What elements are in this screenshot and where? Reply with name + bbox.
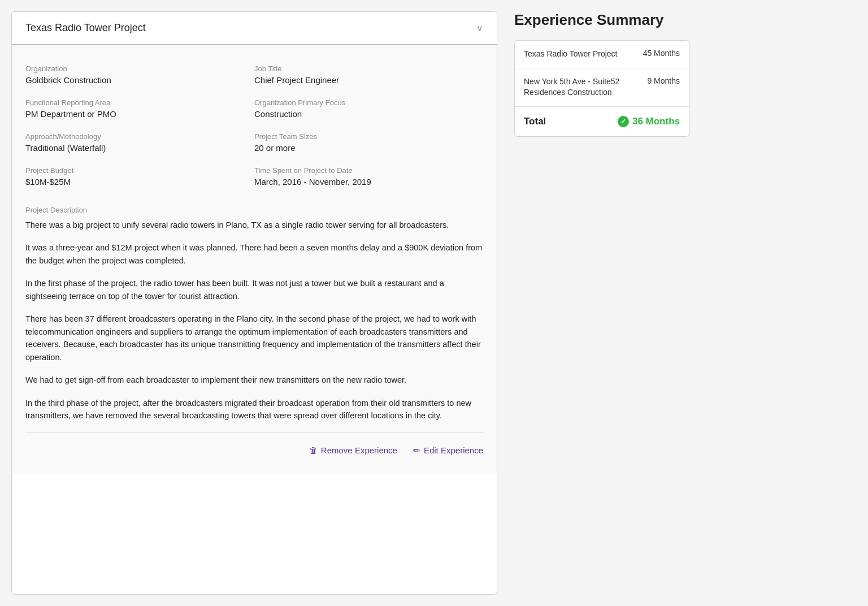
summary-panel: Experience Summary Texas Radio Tower Pro… bbox=[514, 11, 689, 595]
job-title-value: Chief Project Engineer bbox=[254, 75, 474, 85]
summary-row-1-months: 45 Months bbox=[643, 49, 680, 58]
field-organization: Organization Goldbrick Construction bbox=[25, 59, 254, 93]
summary-total-value: ✓ 36 Months bbox=[618, 116, 680, 127]
team-sizes-label: Project Team Sizes bbox=[254, 132, 474, 141]
summary-row-1: Texas Radio Tower Project 45 Months bbox=[515, 41, 689, 68]
desc-paragraph-4: There has been 37 different broadcasters… bbox=[25, 313, 483, 363]
summary-row-2-months: 9 Months bbox=[647, 76, 680, 85]
field-methodology: Approach/Methodology Traditional (Waterf… bbox=[25, 127, 254, 161]
field-team-sizes: Project Team Sizes 20 or more bbox=[254, 127, 483, 161]
remove-experience-label: Remove Experience bbox=[321, 445, 397, 455]
pencil-icon: ✏ bbox=[413, 445, 420, 456]
field-budget: Project Budget $10M-$25M bbox=[25, 161, 254, 194]
desc-paragraph-3: In the first phase of the project, the r… bbox=[25, 277, 483, 302]
summary-total-label: Total bbox=[524, 116, 546, 127]
remove-experience-button[interactable]: 🗑 Remove Experience bbox=[309, 443, 397, 458]
project-body: Organization Goldbrick Construction Job … bbox=[12, 45, 497, 474]
job-title-label: Job Title bbox=[254, 64, 474, 73]
team-sizes-value: 20 or more bbox=[254, 143, 474, 153]
methodology-value: Traditional (Waterfall) bbox=[25, 143, 237, 153]
total-months-value: 36 Months bbox=[632, 116, 680, 127]
methodology-label: Approach/Methodology bbox=[25, 132, 237, 141]
organization-value: Goldbrick Construction bbox=[25, 75, 237, 85]
desc-paragraph-5: We had to get sign-off from each broadca… bbox=[25, 374, 483, 386]
functional-reporting-label: Functional Reporting Area bbox=[25, 98, 237, 107]
org-focus-value: Construction bbox=[254, 109, 474, 119]
desc-paragraph-6: In the third phase of the project, after… bbox=[25, 397, 483, 422]
field-functional-reporting: Functional Reporting Area PM Department … bbox=[25, 93, 254, 127]
field-job-title: Job Title Chief Project Engineer bbox=[254, 59, 483, 93]
project-title: Texas Radio Tower Project bbox=[25, 22, 146, 34]
field-time-spent: Time Spent on Project to Date March, 201… bbox=[254, 161, 483, 194]
functional-reporting-value: PM Department or PMO bbox=[25, 109, 237, 119]
fields-grid: Organization Goldbrick Construction Job … bbox=[25, 59, 483, 194]
action-buttons: 🗑 Remove Experience ✏ Edit Experience bbox=[25, 432, 483, 460]
desc-paragraph-2: It was a three-year and $12M project whe… bbox=[25, 241, 483, 267]
edit-experience-label: Edit Experience bbox=[424, 445, 483, 455]
time-spent-value: March, 2016 - November, 2019 bbox=[254, 177, 474, 187]
project-panel: Texas Radio Tower Project ∨ Organization… bbox=[11, 11, 497, 595]
project-description-section: Project Description There was a big proj… bbox=[25, 206, 483, 422]
edit-experience-button[interactable]: ✏ Edit Experience bbox=[413, 443, 483, 458]
organization-label: Organization bbox=[25, 64, 237, 73]
field-org-focus: Organization Primary Focus Construction bbox=[254, 93, 483, 127]
time-spent-label: Time Spent on Project to Date bbox=[254, 166, 474, 175]
chevron-down-icon[interactable]: ∨ bbox=[476, 23, 483, 33]
summary-row-2: New York 5th Ave - Suite52 Residences Co… bbox=[515, 68, 689, 107]
description-label: Project Description bbox=[25, 206, 483, 214]
budget-label: Project Budget bbox=[25, 166, 237, 175]
check-circle-icon: ✓ bbox=[618, 116, 629, 127]
project-header: Texas Radio Tower Project ∨ bbox=[12, 12, 497, 45]
trash-icon: 🗑 bbox=[309, 445, 318, 455]
summary-card: Texas Radio Tower Project 45 Months New … bbox=[514, 40, 689, 137]
desc-paragraph-1: There was a big project to unify several… bbox=[25, 219, 483, 231]
summary-row-2-name: New York 5th Ave - Suite52 Residences Co… bbox=[524, 76, 626, 98]
org-focus-label: Organization Primary Focus bbox=[254, 98, 474, 107]
summary-row-1-name: Texas Radio Tower Project bbox=[524, 49, 617, 60]
summary-title: Experience Summary bbox=[514, 11, 689, 29]
summary-total-row: Total ✓ 36 Months bbox=[515, 107, 689, 136]
budget-value: $10M-$25M bbox=[25, 177, 237, 187]
